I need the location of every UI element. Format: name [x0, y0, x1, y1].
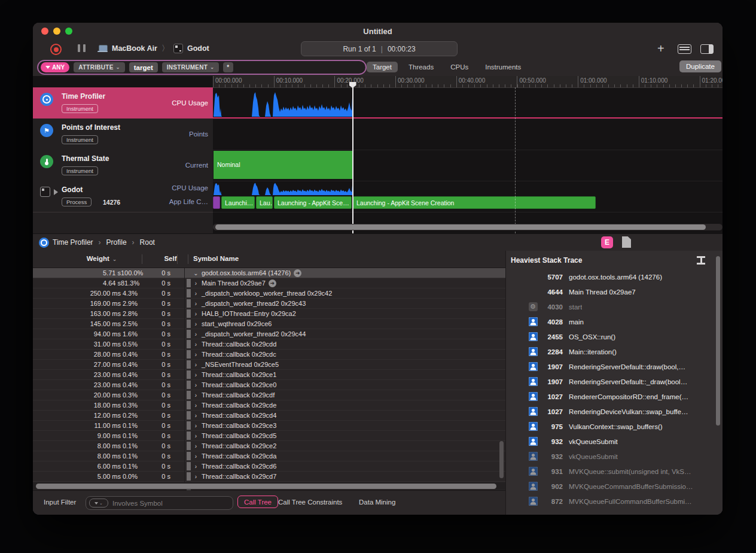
app-life-segment[interactable] [213, 196, 220, 209]
table-row[interactable]: 8.00 ms 0.1% 0 s › Thread::callback 0x29… [33, 441, 505, 451]
table-row[interactable]: 23.00 ms 0.4% 0 s › Thread::callback 0x2… [33, 370, 505, 380]
table-row[interactable]: 23.00 ms 0.4% 0 s › Thread::callback 0x2… [33, 380, 505, 390]
table-row[interactable]: 145.00 ms 2.5% 0 s › start_wqthread 0x29… [33, 319, 505, 329]
table-row[interactable]: 5.71 s 100.0% 0 s ⌄ godot.osx.tools.arm6… [33, 268, 505, 278]
filter-wildcard-token[interactable]: * [223, 62, 233, 72]
call-tree-constraints-button[interactable]: Call Tree Constraints [278, 499, 342, 506]
table-row[interactable]: 9.00 ms 0.1% 0 s › Thread::callback 0x29… [33, 431, 505, 441]
column-header-symbol-name[interactable]: Symbol Name [193, 255, 239, 262]
table-row[interactable]: 31.00 ms 0.5% 0 s › Thread::callback 0x2… [33, 339, 505, 350]
data-mining-button[interactable]: Data Mining [359, 499, 395, 506]
stack-frame-row[interactable]: 2455 OS_OSX::run() [506, 329, 723, 344]
disclosure-chevron-icon[interactable]: › [193, 361, 199, 368]
table-row[interactable]: 11.00 ms 0.1% 0 s › Thread::callback 0x2… [33, 421, 505, 431]
timeline-ruler[interactable]: 00:00.00000:10.00000:20.00000:30.00000:4… [213, 76, 723, 88]
track-filter-field[interactable]: ANY ATTRIBUTE ⌄ target INSTRUMENT ⌄ * [37, 60, 367, 75]
view-tab[interactable]: Threads [403, 62, 440, 72]
disclosure-chevron-icon[interactable]: › [193, 392, 199, 399]
godot-process-lane[interactable]: Launchi…Lau…Launching - AppKit Sce…Launc… [213, 181, 723, 212]
disclosure-chevron-icon[interactable]: › [193, 372, 199, 378]
breadcrumb-detail[interactable]: Profile [106, 238, 127, 247]
disclosure-chevron-icon[interactable]: › [193, 300, 199, 307]
disclosure-chevron-icon[interactable]: › [193, 311, 199, 317]
description-panel-icon[interactable] [622, 236, 631, 248]
table-row[interactable]: 28.00 ms 0.4% 0 s › Thread::callback 0x2… [33, 350, 505, 360]
breadcrumb-node[interactable]: Root [140, 238, 155, 247]
table-row[interactable]: 5.00 ms 0.0% 0 s › Thread::callback 0x29… [33, 472, 505, 482]
stack-panel-scrollbar[interactable] [716, 256, 720, 426]
stack-frame-row[interactable]: 4644 Main Thread 0x29ae7 [506, 284, 723, 299]
target-device-selector[interactable]: MacBook Air 〉 Godot [97, 42, 209, 54]
filter-attribute-token[interactable]: ATTRIBUTE ⌄ [74, 62, 125, 72]
disclosure-chevron-icon[interactable]: › [193, 331, 199, 338]
table-row[interactable]: 4.64 s 81.3% 0 s › Main Thread 0x29ae7 ➜ [33, 278, 505, 288]
playhead-line[interactable] [352, 82, 353, 233]
filter-any-pill[interactable]: ANY [41, 62, 69, 72]
disclosure-chevron-icon[interactable]: › [193, 382, 199, 388]
stack-frame-row[interactable]: 872 MVKQueueFullCommandBufferSubmi… [506, 494, 723, 509]
points-of-interest-lane[interactable] [213, 118, 723, 150]
pause-button[interactable] [78, 44, 86, 52]
disclosure-chevron-icon[interactable]: › [193, 423, 199, 429]
table-row[interactable]: 6.00 ms 0.1% 0 s › Thread::callback 0x29… [33, 461, 505, 472]
view-tab[interactable]: CPUs [444, 62, 474, 72]
table-row[interactable]: 20.00 ms 0.3% 0 s › Thread::callback 0x2… [33, 390, 505, 400]
stack-frame-row[interactable]: 932 vkQueueSubmit [506, 449, 723, 464]
stack-frame-row[interactable]: 902 MVKQueueCommandBufferSubmissio… [506, 479, 723, 494]
extended-detail-button[interactable]: E [601, 236, 613, 248]
filter-scope-pill[interactable]: ⌄ [89, 499, 108, 508]
focus-arrow-button[interactable]: ➜ [294, 269, 301, 277]
duplicate-button[interactable]: Duplicate [679, 60, 721, 72]
disclosure-chevron-icon[interactable]: › [193, 443, 199, 449]
view-tab[interactable]: Instruments [479, 62, 527, 72]
disclosure-chevron-icon[interactable]: › [193, 453, 199, 460]
thermal-state-lane[interactable]: Nominal [213, 150, 723, 181]
record-button[interactable] [50, 44, 62, 55]
scrollbar-thumb[interactable] [36, 484, 496, 489]
disclosure-chevron-icon[interactable]: › [193, 280, 199, 287]
disclosure-chevron-icon[interactable]: › [193, 321, 199, 327]
disclosure-chevron-icon[interactable]: › [193, 341, 199, 348]
disclosure-chevron-icon[interactable]: › [193, 351, 199, 358]
disclosure-chevron-icon[interactable]: › [193, 463, 199, 470]
inspector-toggle-button[interactable] [700, 44, 714, 54]
collapse-stack-icon[interactable] [697, 256, 705, 265]
stack-frame-row[interactable]: 4028 main [506, 314, 723, 329]
column-header-weight[interactable]: Weight⌄ [66, 255, 138, 262]
strategy-view-button[interactable] [678, 44, 691, 54]
app-life-segment[interactable]: Launchi… [221, 196, 255, 209]
scrollbar-thumb[interactable] [215, 224, 706, 230]
table-row[interactable]: 94.00 ms 1.6% 0 s › _dispatch_worker_thr… [33, 329, 505, 339]
stack-frame-row[interactable]: 1027 RendererCompositorRD::end_frame(… [506, 389, 723, 404]
table-row[interactable]: 18.00 ms 0.3% 0 s › Thread::callback 0x2… [33, 400, 505, 411]
stack-frame-row[interactable]: 1027 RenderingDeviceVulkan::swap_buffe… [506, 404, 723, 419]
call-tree-button[interactable]: Call Tree [237, 496, 278, 508]
table-vertical-scrollbar[interactable] [499, 441, 504, 478]
app-life-segment[interactable]: Launching - AppKit Sce… [274, 196, 352, 209]
track-header-godot-process[interactable]: Godot Process 14276 CPU Usage App Life C… [33, 181, 213, 212]
track-header-points-of-interest[interactable]: ⚑ Points of Interest Instrument Points [33, 118, 213, 150]
timeline-horizontal-scrollbar[interactable] [213, 224, 723, 230]
filter-instrument-token[interactable]: INSTRUMENT ⌄ [162, 62, 220, 72]
view-tab[interactable]: Target [367, 62, 398, 72]
focus-arrow-button[interactable]: ➜ [269, 279, 276, 287]
stack-frame-row[interactable]: 1907 RenderingServerDefault::draw(bool,… [506, 359, 723, 374]
table-row[interactable]: 250.00 ms 4.3% 0 s › _dispatch_workloop_… [33, 288, 505, 299]
stack-frame-row[interactable]: 975 VulkanContext::swap_buffers() [506, 419, 723, 434]
disclosure-chevron-icon[interactable]: › [193, 402, 199, 409]
disclosure-chevron-icon[interactable]: › [193, 433, 199, 439]
table-horizontal-scrollbar[interactable] [33, 482, 505, 490]
stack-frame-row[interactable]: 932 vkQueueSubmit [506, 434, 723, 449]
stack-frame-row[interactable]: 1907 RenderingServerDefault::_draw(bool… [506, 374, 723, 389]
table-row[interactable]: 169.00 ms 2.9% 0 s › _dispatch_worker_th… [33, 299, 505, 309]
disclosure-triangle-icon[interactable] [54, 189, 58, 195]
app-life-segment[interactable]: Lau… [256, 196, 273, 209]
add-instrument-button[interactable]: + [657, 42, 664, 54]
disclosure-chevron-icon[interactable]: › [193, 290, 199, 297]
column-header-self[interactable]: Self [153, 255, 188, 262]
stack-frame-row[interactable]: 2284 Main::iteration() [506, 344, 723, 359]
disclosure-chevron-icon[interactable]: ⌄ [193, 270, 199, 276]
filter-target-token[interactable]: target [129, 62, 158, 72]
table-row[interactable]: 163.00 ms 2.8% 0 s › HALB_IOThread::Entr… [33, 309, 505, 319]
app-life-segment[interactable]: Launching - AppKit Scene Creation [353, 196, 596, 209]
